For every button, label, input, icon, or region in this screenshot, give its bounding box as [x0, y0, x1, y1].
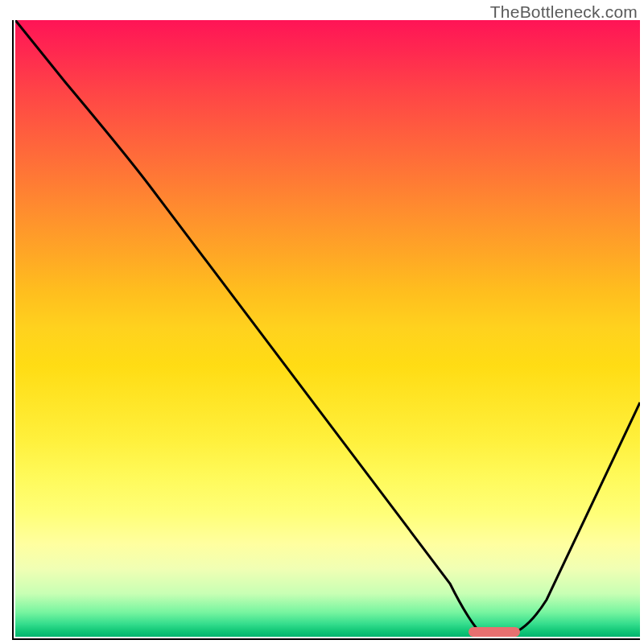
curve-svg — [15, 20, 640, 637]
watermark-text: TheBottleneck.com — [490, 2, 638, 22]
plot-area — [12, 20, 640, 640]
optimal-range-marker — [469, 627, 520, 637]
bottleneck-curve-path — [15, 20, 640, 635]
chart-container: TheBottleneck.com — [0, 0, 644, 644]
